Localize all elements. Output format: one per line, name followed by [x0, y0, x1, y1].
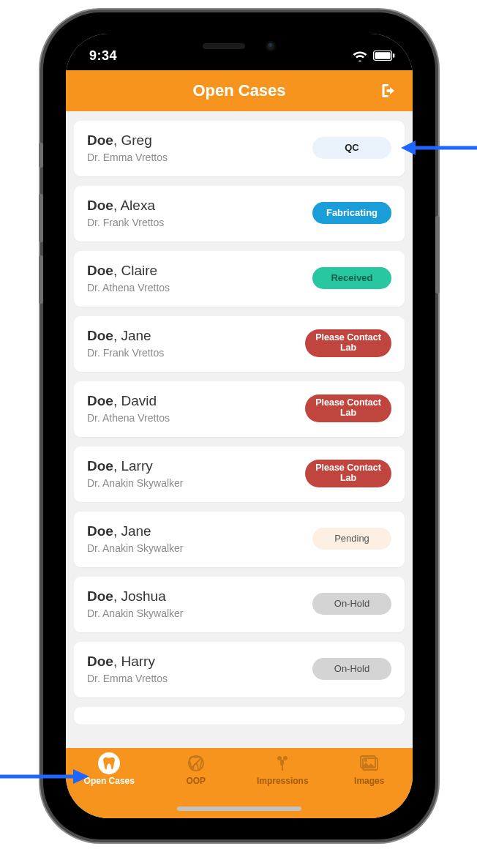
images-icon — [358, 752, 380, 774]
tooth-icon — [98, 752, 120, 774]
patient-name: Doe, Jane — [87, 523, 184, 539]
case-row[interactable]: Doe, JoshuaDr. Anakin SkywalkerOn-Hold — [74, 577, 405, 632]
case-row[interactable]: Doe, JaneDr. Frank VrettosPlease Contact… — [74, 316, 405, 372]
patient-name: Doe, Harry — [87, 654, 168, 670]
case-row[interactable]: Doe, GregDr. Emma VrettosQC — [74, 121, 405, 176]
doctor-name: Dr. Anakin Skywalker — [87, 607, 184, 619]
patient-name: Doe, Larry — [87, 458, 184, 474]
logout-button[interactable] — [378, 81, 398, 101]
case-list[interactable]: Doe, GregDr. Emma VrettosQCDoe, AlexaDr.… — [66, 111, 413, 748]
case-row[interactable]: Doe, JaneDr. Anakin SkywalkerPending — [74, 512, 405, 567]
tab-label: OOP — [186, 776, 206, 786]
case-row[interactable]: Doe, AlexaDr. Frank VrettosFabricating — [74, 186, 405, 242]
case-row[interactable] — [74, 707, 405, 725]
annotation-arrow-right — [401, 139, 477, 157]
wifi-icon — [353, 50, 367, 61]
patient-name: Doe, Claire — [87, 263, 170, 279]
impressions-icon — [271, 752, 293, 774]
svg-marker-12 — [73, 769, 89, 784]
nav-header: Open Cases — [66, 70, 413, 111]
status-badge[interactable]: On-Hold — [312, 658, 391, 680]
doctor-name: Dr. Emma Vrettos — [87, 151, 168, 163]
tab-label: Impressions — [257, 776, 309, 786]
patient-name: Doe, Jane — [87, 328, 164, 344]
side-button — [39, 194, 43, 242]
side-button — [39, 255, 43, 304]
case-row[interactable]: Doe, HarryDr. Emma VrettosOn-Hold — [74, 642, 405, 697]
status-badge[interactable]: Pending — [312, 528, 391, 550]
tab-label: Open Cases — [84, 776, 135, 786]
svg-rect-2 — [393, 53, 394, 58]
side-button — [39, 143, 43, 168]
battery-icon — [373, 50, 395, 61]
page-title: Open Cases — [192, 81, 285, 100]
case-row[interactable]: Doe, LarryDr. Anakin SkywalkerPlease Con… — [74, 446, 405, 502]
tab-images[interactable]: Images — [326, 752, 413, 818]
doctor-name: Dr. Frank Vrettos — [87, 217, 164, 228]
svg-marker-10 — [401, 141, 416, 155]
svg-rect-1 — [375, 52, 390, 59]
status-badge[interactable]: Fabricating — [312, 202, 391, 224]
status-badge[interactable]: On-Hold — [312, 593, 391, 615]
patient-name: Doe, Joshua — [87, 588, 184, 605]
tooth-slash-icon — [185, 752, 207, 774]
doctor-name: Dr. Anakin Skywalker — [87, 477, 184, 489]
notch — [164, 34, 315, 59]
status-badge[interactable]: QC — [312, 137, 391, 159]
patient-name: Doe, David — [87, 393, 170, 409]
screen: 9:34 — [66, 34, 413, 818]
doctor-name: Dr. Frank Vrettos — [87, 347, 164, 359]
annotation-arrow-left — [0, 768, 89, 785]
status-badge[interactable]: Please Contact Lab — [305, 329, 391, 357]
patient-name: Doe, Greg — [87, 132, 168, 149]
status-badge[interactable]: Received — [312, 267, 391, 289]
tab-label: Images — [354, 776, 384, 786]
svg-line-4 — [191, 758, 201, 768]
svg-rect-5 — [282, 763, 283, 771]
exit-icon — [379, 82, 397, 100]
svg-point-8 — [364, 759, 367, 762]
doctor-name: Dr. Anakin Skywalker — [87, 542, 184, 554]
status-time: 9:34 — [89, 48, 117, 64]
side-button — [435, 216, 440, 293]
doctor-name: Dr. Emma Vrettos — [87, 673, 168, 684]
case-row[interactable]: Doe, DavidDr. Athena VrettosPlease Conta… — [74, 381, 405, 437]
doctor-name: Dr. Athena Vrettos — [87, 412, 170, 424]
case-row[interactable]: Doe, ClaireDr. Athena VrettosReceived — [74, 251, 405, 307]
tab-open-cases[interactable]: Open Cases — [66, 752, 153, 818]
phone-frame: 9:34 — [43, 12, 435, 839]
phone-inner: 9:34 — [48, 18, 430, 834]
status-badge[interactable]: Please Contact Lab — [305, 460, 391, 487]
status-badge[interactable]: Please Contact Lab — [305, 394, 391, 422]
home-indicator — [177, 807, 301, 811]
patient-name: Doe, Alexa — [87, 198, 164, 214]
doctor-name: Dr. Athena Vrettos — [87, 282, 170, 293]
